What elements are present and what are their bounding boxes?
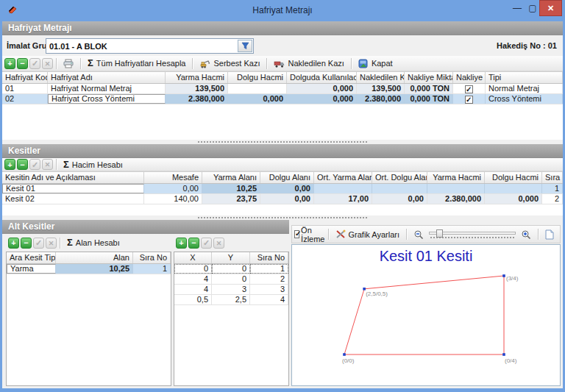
column-header[interactable]: Alan (56, 252, 133, 263)
calc-all-button[interactable]: Σ Tüm Hafriyatları Hesapla (84, 57, 189, 70)
zoom-slider[interactable] (429, 229, 516, 240)
cell[interactable]: Kesit 02 (2, 194, 144, 204)
cell[interactable]: 2 (250, 274, 288, 284)
confirm-button[interactable] (33, 238, 44, 249)
maximize-button[interactable]: ▢ (526, 0, 539, 15)
cell[interactable]: 3 (212, 285, 250, 294)
column-header[interactable]: Kesitin Adı ve Açıklaması (2, 172, 144, 183)
serbest-kazi-button[interactable]: Serbest Kazı (196, 57, 263, 70)
column-header[interactable]: Dolgu Alanı (260, 172, 314, 183)
column-header[interactable]: Nakliye Var (453, 72, 486, 83)
cell[interactable]: 0,000 (485, 194, 542, 204)
column-header[interactable]: Mesafe (144, 172, 202, 183)
cell[interactable] (453, 84, 486, 93)
delete-row-button[interactable] (188, 238, 199, 249)
add-row-button[interactable] (4, 159, 15, 170)
cell[interactable]: Kesit 01 (2, 184, 144, 193)
vertex-marker[interactable] (343, 353, 346, 356)
cell[interactable]: Hafriyat Cross Yöntemi (48, 94, 166, 104)
cell[interactable] (228, 84, 287, 93)
cell[interactable]: 3 (250, 285, 288, 294)
hacim-hesabi-button[interactable]: Σ Hacim Hesabı (60, 158, 127, 171)
column-header[interactable]: Sıra No (133, 252, 171, 263)
cell[interactable]: 10,25 (202, 184, 260, 193)
column-header[interactable]: Nakledilen Kazı (357, 72, 405, 83)
table-row[interactable]: 0,52,54 (174, 295, 288, 305)
cell[interactable] (314, 184, 372, 193)
cell[interactable]: 0,000 (287, 84, 357, 93)
cell[interactable]: 02 (2, 94, 48, 104)
confirm-button[interactable] (29, 58, 40, 69)
cell[interactable] (372, 184, 427, 193)
nakledilen-kazi-button[interactable]: Nakledilen Kazı (270, 57, 347, 70)
table-row[interactable]: 433 (174, 285, 288, 295)
add-row-button[interactable] (8, 238, 19, 249)
cell[interactable] (427, 184, 485, 193)
alan-hesabi-button[interactable]: Σ Alan Hesabı (63, 236, 124, 249)
cell[interactable]: 0,000 (287, 94, 357, 104)
cell[interactable]: Hafriyat Normal Metraj (48, 84, 166, 93)
cell[interactable]: 0,5 (174, 295, 212, 304)
table-row[interactable]: 402 (174, 274, 288, 285)
cell[interactable]: 0,00 (372, 194, 427, 204)
delete-row-button[interactable] (17, 159, 28, 170)
confirm-button[interactable] (29, 159, 40, 170)
cell[interactable] (453, 94, 486, 104)
table-row[interactable]: 01Hafriyat Normal Metraj139,5000,000139,… (2, 84, 563, 94)
cell[interactable]: 139,500 (166, 84, 228, 93)
table-row[interactable]: Kesit 02140,0023,750,0017,000,002.380,00… (2, 194, 563, 204)
column-header[interactable]: Ort. Dolgu Alanı (372, 172, 427, 183)
cell[interactable]: 0,000 TON (405, 94, 453, 104)
kapat-button[interactable]: Kapat (355, 57, 397, 70)
cell[interactable]: 0 (212, 274, 250, 284)
column-header[interactable]: Dolgu Hacmi (228, 72, 287, 83)
column-header[interactable]: Dolgu Hacmi (485, 172, 542, 183)
cell[interactable]: 4 (174, 285, 212, 294)
cell[interactable]: 1 (250, 264, 288, 274)
column-header[interactable]: Tipi (486, 72, 563, 83)
confirm-button[interactable] (201, 238, 212, 249)
cell[interactable]: 2,5 (212, 295, 250, 304)
column-header[interactable]: Yarma Hacmi (166, 72, 228, 83)
row-checkbox[interactable] (465, 85, 473, 93)
cell[interactable]: Yarma (7, 264, 56, 274)
column-header[interactable]: Hafriyat Adı (48, 72, 166, 83)
column-header[interactable]: X (174, 252, 212, 263)
cell[interactable]: 0 (174, 264, 212, 274)
cell[interactable]: 4 (174, 274, 212, 284)
vertex-marker[interactable] (502, 274, 505, 277)
row-checkbox[interactable] (465, 96, 473, 104)
cell[interactable]: 01 (2, 84, 48, 93)
column-header[interactable]: Ara Kesit Tipi (7, 252, 56, 263)
vertex-marker[interactable] (502, 353, 505, 356)
cell[interactable]: 17,00 (314, 194, 372, 204)
add-row-button[interactable] (4, 58, 15, 69)
cell[interactable]: 0,00 (260, 184, 314, 193)
column-header[interactable]: Y (212, 252, 250, 263)
cell[interactable]: Cross Yöntemi (486, 94, 563, 104)
table-row[interactable]: 001 (174, 264, 288, 274)
cell[interactable]: 0,00 (260, 194, 314, 204)
cancel-button[interactable] (42, 58, 53, 69)
column-header[interactable]: Dolguda Kullanılacak Kazı (287, 72, 357, 83)
on-izleme-checkbox[interactable] (294, 230, 299, 238)
column-header[interactable]: Yarma Alanı (202, 172, 260, 183)
table-row[interactable]: Kesit 010,0010,250,001 (2, 184, 563, 194)
zoom-out-button[interactable] (410, 228, 427, 241)
cell[interactable]: 0 (212, 264, 250, 274)
cancel-button[interactable] (213, 238, 224, 249)
zoom-in-button[interactable] (517, 228, 535, 241)
cell[interactable]: 4 (250, 295, 288, 304)
add-row-button[interactable] (176, 238, 187, 249)
print-button[interactable] (60, 57, 77, 70)
column-header[interactable]: Nakliye Miktarı (405, 72, 453, 83)
imalat-grubu-lookup-button[interactable] (238, 40, 252, 52)
delete-row-button[interactable] (21, 238, 32, 249)
cell[interactable]: 2.380,000 (427, 194, 485, 204)
cell[interactable]: 2.380,000 (357, 94, 405, 104)
cell[interactable]: 2 (542, 194, 563, 204)
column-header[interactable]: Sıra No (250, 252, 288, 263)
cell[interactable]: 1 (542, 184, 563, 193)
delete-row-button[interactable] (17, 58, 28, 69)
zoom-slider-handle[interactable] (436, 229, 443, 238)
